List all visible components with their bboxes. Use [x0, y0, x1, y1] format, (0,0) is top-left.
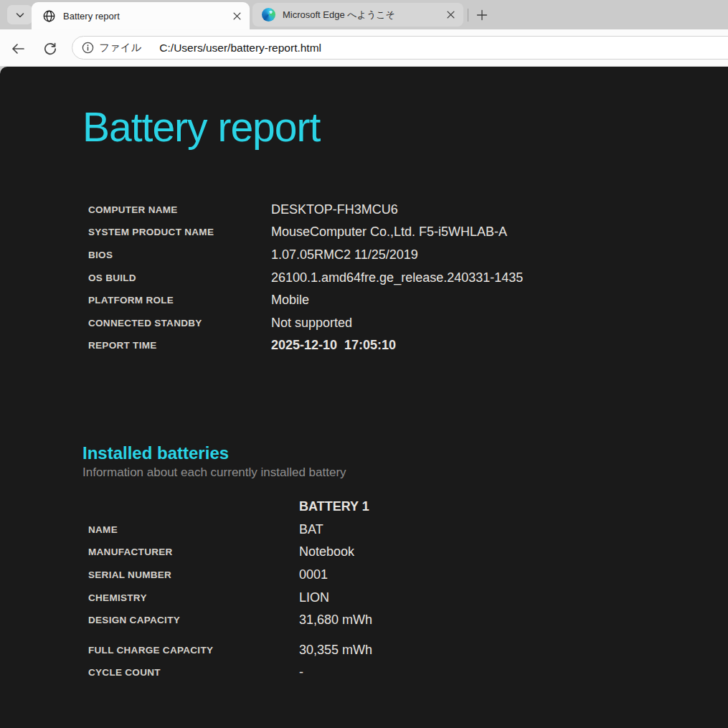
- tab-title: Battery report: [63, 11, 230, 22]
- report-time-value: 2025-12-10 17:05:10: [271, 338, 396, 353]
- row-label: DESIGN CAPACITY: [82, 615, 299, 625]
- row-label: BIOS: [82, 250, 271, 260]
- table-row: OS BUILD 26100.1.amd64fre.ge_release.240…: [82, 266, 714, 289]
- back-arrow-icon: [10, 41, 26, 57]
- row-label: CYCLE COUNT: [82, 667, 299, 678]
- row-value: Mobile: [271, 293, 309, 308]
- tab-title: Microsoft Edge へようこそ: [283, 9, 444, 22]
- table-row: CYCLE COUNT -: [82, 661, 714, 684]
- row-label: MANUFACTURER: [82, 547, 299, 557]
- section-heading-installed-batteries: Installed batteries: [82, 442, 714, 464]
- new-tab-button[interactable]: [474, 7, 490, 23]
- table-header-row: BATTERY 1: [82, 496, 714, 519]
- info-icon: [82, 42, 94, 54]
- row-label: PLATFORM ROLE: [82, 295, 271, 306]
- plus-icon: [476, 9, 488, 21]
- table-row: SYSTEM PRODUCT NAME MouseComputer Co.,Lt…: [82, 221, 714, 244]
- page-title: Battery report: [82, 104, 714, 151]
- table-row: MANUFACTURER Notebook: [82, 541, 714, 564]
- tab-divider: [468, 9, 468, 22]
- tab-close-icon[interactable]: [230, 9, 243, 22]
- row-label: SYSTEM PRODUCT NAME: [82, 227, 271, 237]
- row-value: LION: [299, 590, 329, 605]
- table-row: PLATFORM ROLE Mobile: [82, 289, 714, 312]
- chevron-down-icon: [14, 9, 26, 21]
- tab-close-icon[interactable]: [444, 9, 457, 22]
- web-content: Battery report COMPUTER NAME DESKTOP-FH3…: [0, 67, 728, 728]
- reload-icon: [43, 42, 57, 56]
- row-value: 31,680 mWh: [299, 613, 372, 628]
- row-value: 1.07.05RMC2 11/25/2019: [271, 247, 418, 263]
- row-label: OS BUILD: [82, 273, 271, 283]
- row-value: Notebook: [299, 544, 354, 559]
- table-row: CHEMISTRY LION: [82, 586, 714, 609]
- row-value: BAT: [299, 522, 323, 537]
- row-value: 26100.1.amd64fre.ge_release.240331-1435: [271, 270, 523, 285]
- table-row: SERIAL NUMBER 0001: [82, 564, 714, 587]
- table-row: NAME BAT: [82, 518, 714, 541]
- tab-battery-report[interactable]: Battery report: [32, 2, 250, 29]
- battery-column-header: BATTERY 1: [299, 499, 369, 514]
- address-bar: ファイル C:/Users/user/battery-report.html: [0, 29, 728, 67]
- site-info-chip[interactable]: ファイル: [82, 41, 141, 55]
- edge-logo-icon: [262, 8, 275, 22]
- row-value: 30,355 mWh: [299, 643, 372, 658]
- reload-button[interactable]: [42, 40, 59, 57]
- url-text: C:/Users/user/battery-report.html: [159, 42, 321, 55]
- row-value: -: [299, 665, 303, 680]
- back-button[interactable]: [9, 40, 27, 57]
- tab-edge-welcome[interactable]: Microsoft Edge へようこそ: [252, 3, 463, 27]
- section-subtitle: Information about each currently install…: [82, 465, 714, 480]
- row-label: NAME: [82, 524, 299, 535]
- tab-strip: Battery report Microsoft Edge へようこそ: [0, 0, 728, 29]
- row-label: COMPUTER NAME: [82, 204, 271, 215]
- tab-search-button[interactable]: [7, 5, 32, 24]
- table-row: CONNECTED STANDBY Not supported: [82, 312, 714, 335]
- address-input[interactable]: ファイル C:/Users/user/battery-report.html: [72, 36, 728, 60]
- table-row: FULL CHARGE CAPACITY 30,355 mWh: [82, 638, 714, 661]
- table-row: BIOS 1.07.05RMC2 11/25/2019: [82, 244, 714, 267]
- installed-batteries-table: BATTERY 1 NAME BAT MANUFACTURER Notebook…: [82, 496, 714, 684]
- table-row: DESIGN CAPACITY 31,680 mWh: [82, 609, 714, 632]
- row-label: CHEMISTRY: [82, 592, 299, 603]
- system-info-table: COMPUTER NAME DESKTOP-FH3MCU6 SYSTEM PRO…: [82, 199, 714, 357]
- row-label: SERIAL NUMBER: [82, 569, 299, 580]
- row-value: DESKTOP-FH3MCU6: [271, 202, 398, 217]
- row-value: 0001: [299, 567, 328, 582]
- row-value: MouseComputer Co.,Ltd. F5-i5WHLAB-A: [271, 224, 507, 240]
- table-row: REPORT TIME 2025-12-10 17:05:10: [82, 334, 714, 357]
- table-row: COMPUTER NAME DESKTOP-FH3MCU6: [82, 199, 714, 222]
- row-label: CONNECTED STANDBY: [82, 318, 271, 328]
- row-value: Not supported: [271, 316, 352, 331]
- row-label: REPORT TIME: [82, 340, 271, 351]
- row-label: FULL CHARGE CAPACITY: [82, 645, 299, 656]
- globe-icon: [42, 9, 56, 23]
- site-chip-label: ファイル: [99, 41, 141, 55]
